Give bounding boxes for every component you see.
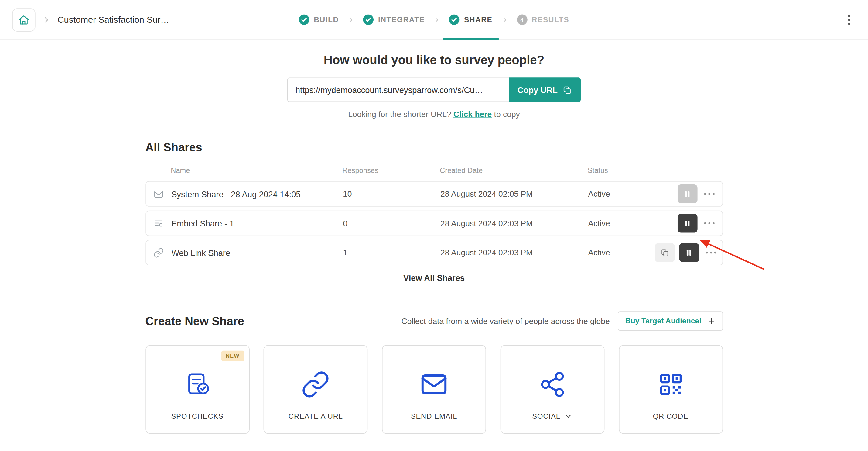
new-badge: NEW xyxy=(221,351,244,361)
step-number-badge: 4 xyxy=(517,14,528,25)
step-integrate[interactable]: INTEGRATE xyxy=(359,0,429,39)
card-label-text: SOCIAL xyxy=(532,412,560,420)
create-new-share-heading: Create New Share xyxy=(145,314,244,328)
share-created-date: 28 August 2024 02:03 PM xyxy=(440,219,588,228)
share-created-date: 28 August 2024 02:05 PM xyxy=(440,189,588,198)
share-name: System Share - 28 Aug 2024 14:05 xyxy=(171,189,343,199)
share-status: Active xyxy=(588,189,655,198)
row-actions xyxy=(654,214,722,233)
all-shares-heading: All Shares xyxy=(145,141,722,154)
plus-icon xyxy=(707,317,715,325)
ellipsis-icon xyxy=(704,193,715,195)
table-row-system-share: System Share - 28 Aug 2024 14:05 10 28 A… xyxy=(145,181,722,207)
pause-icon xyxy=(685,249,693,256)
email-icon xyxy=(419,369,449,400)
step-share[interactable]: SHARE xyxy=(445,0,496,39)
pause-share-button[interactable] xyxy=(677,184,697,203)
url-link-icon xyxy=(301,369,330,400)
share-card-social[interactable]: SOCIAL xyxy=(500,345,604,434)
card-label: SEND EMAIL xyxy=(411,412,457,420)
link-icon xyxy=(146,247,171,258)
table-row-web-link-share: Web Link Share 1 28 August 2024 02:03 PM… xyxy=(145,240,722,265)
embed-icon xyxy=(146,218,171,229)
step-build-label: BUILD xyxy=(314,16,339,24)
row-more-options-button[interactable] xyxy=(702,219,716,228)
row-actions xyxy=(654,184,722,203)
email-icon xyxy=(146,189,171,199)
chevron-right-icon xyxy=(42,15,51,24)
share-card-qr-code[interactable]: QR CODE xyxy=(619,345,723,434)
card-label: QR CODE xyxy=(653,412,688,420)
survey-url-input[interactable] xyxy=(287,78,509,102)
row-more-options-button[interactable] xyxy=(703,248,718,257)
column-name: Name xyxy=(171,166,342,175)
shorter-url-suffix: to copy xyxy=(494,110,520,119)
card-label: CREATE A URL xyxy=(288,412,343,420)
step-share-label: SHARE xyxy=(464,16,492,24)
ellipsis-icon xyxy=(706,252,716,254)
share-status: Active xyxy=(588,219,655,228)
chevron-down-icon[interactable] xyxy=(564,412,572,420)
shorter-url-text: Looking for the shorter URL? Click here … xyxy=(145,110,722,119)
pause-icon xyxy=(684,190,691,198)
column-created-date: Created Date xyxy=(440,166,588,175)
social-share-icon xyxy=(538,369,566,400)
card-label: SOCIAL xyxy=(532,412,572,420)
copy-share-link-button[interactable] xyxy=(654,243,675,262)
click-here-link[interactable]: Click here xyxy=(454,110,492,119)
card-label: SPOTCHECKS xyxy=(171,412,223,420)
buy-target-audience-button[interactable]: Buy Target Audience! xyxy=(618,311,723,331)
page: Customer Satisfaction Sur… BUILD INTEGRA… xyxy=(0,0,868,451)
share-card-send-email[interactable]: SEND EMAIL xyxy=(382,345,486,434)
pause-icon xyxy=(684,220,691,227)
share-responses: 1 xyxy=(343,248,440,257)
page-title: How would you like to survey people? xyxy=(145,53,722,67)
table-row-embed-share: Embed Share - 1 0 28 August 2024 02:03 P… xyxy=(145,211,722,236)
spotchecks-icon xyxy=(183,369,212,400)
share-cards: NEW SPOTCHECKS CREATE A URL SEND EMAIL xyxy=(145,345,722,434)
ellipsis-icon xyxy=(704,222,715,224)
home-icon xyxy=(18,14,30,26)
share-status: Active xyxy=(588,248,655,257)
create-new-share-header-row: Create New Share Collect data from a wid… xyxy=(145,311,722,331)
share-url-row: Copy URL xyxy=(145,78,722,102)
step-build[interactable]: BUILD xyxy=(295,0,343,39)
collect-data-text: Collect data from a wide variety of peop… xyxy=(402,317,610,326)
copy-url-button[interactable]: Copy URL xyxy=(509,78,581,102)
more-menu-button[interactable] xyxy=(845,11,854,28)
buy-target-audience-label: Buy Target Audience! xyxy=(625,317,702,325)
home-button[interactable] xyxy=(12,8,35,31)
step-results-label: RESULTS xyxy=(532,16,569,24)
shares-table-header: Name Responses Created Date Status xyxy=(145,166,722,181)
pause-share-button[interactable] xyxy=(679,243,699,262)
stepper: BUILD INTEGRATE SHARE xyxy=(295,0,573,39)
qr-code-icon xyxy=(657,369,685,400)
view-all-shares-link[interactable]: View All Shares xyxy=(145,273,722,283)
share-name: Embed Share - 1 xyxy=(171,218,343,228)
share-card-spotchecks[interactable]: NEW SPOTCHECKS xyxy=(145,345,249,434)
pause-share-button[interactable] xyxy=(677,214,697,233)
share-card-create-url[interactable]: CREATE A URL xyxy=(264,345,368,434)
column-responses: Responses xyxy=(342,166,440,175)
chevron-right-icon xyxy=(433,16,441,24)
row-more-options-button[interactable] xyxy=(702,189,716,198)
main-content: How would you like to survey people? Cop… xyxy=(145,53,722,434)
step-integrate-label: INTEGRATE xyxy=(378,16,425,24)
row-actions xyxy=(654,243,724,262)
top-header: Customer Satisfaction Sur… BUILD INTEGRA… xyxy=(0,0,868,40)
copy-icon xyxy=(562,85,572,94)
breadcrumb-survey-name[interactable]: Customer Satisfaction Sur… xyxy=(58,14,169,25)
shorter-url-prefix: Looking for the shorter URL? xyxy=(348,110,451,119)
share-name: Web Link Share xyxy=(171,248,343,258)
column-status: Status xyxy=(588,166,654,175)
copy-icon xyxy=(660,248,669,257)
share-responses: 0 xyxy=(343,219,440,228)
chevron-right-icon xyxy=(347,16,355,24)
step-results[interactable]: 4 RESULTS xyxy=(513,0,573,39)
share-created-date: 28 August 2024 02:03 PM xyxy=(440,248,588,257)
copy-url-label: Copy URL xyxy=(518,85,558,94)
kebab-icon xyxy=(848,14,850,25)
check-circle-icon xyxy=(449,14,460,25)
check-circle-icon xyxy=(363,14,374,25)
share-responses: 10 xyxy=(343,189,440,198)
